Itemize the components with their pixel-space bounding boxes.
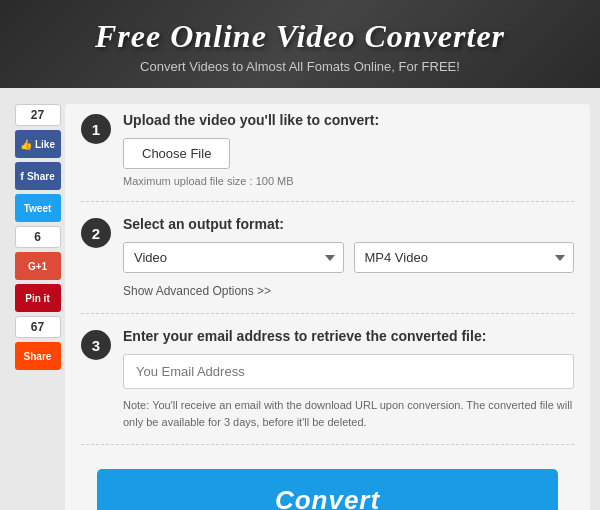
step-1-content: Upload the video you'll like to convert:… [123,112,574,187]
step-3: 3 Enter your email address to retrieve t… [81,328,574,445]
format-type-select[interactable]: Video Audio Image [123,242,344,273]
facebook-like-button[interactable]: 👍 Like [15,130,61,158]
google-plus-button[interactable]: G+1 [15,252,61,280]
format-subtype-select[interactable]: MP4 Video AVI Video MOV Video MKV Video … [354,242,575,273]
convert-button-wrapper: Convert [81,459,574,510]
thumbs-up-icon: 👍 [20,139,32,150]
twitter-tweet-button[interactable]: Tweet [15,194,61,222]
reddit-count: 67 [15,316,61,338]
like-count: 27 [15,104,61,126]
social-sidebar: 27 👍 Like f Share Tweet 6 G+1 Pin it 67 … [10,104,65,510]
facebook-share-button[interactable]: f Share [15,162,61,190]
step-2: 2 Select an output format: Video Audio I… [81,216,574,314]
page-title: Free Online Video Converter [20,18,580,55]
step-2-label: Select an output format: [123,216,574,232]
step-3-number: 3 [81,330,111,360]
facebook-icon: f [20,170,24,182]
page-subtitle: Convert Videos to Almost All Fomats Onli… [20,59,580,74]
step-2-number: 2 [81,218,111,248]
steps-content: 1 Upload the video you'll like to conver… [65,104,590,510]
file-size-note: Maximum upload file size : 100 MB [123,175,574,187]
step-3-content: Enter your email address to retrieve the… [123,328,574,430]
step-1-number: 1 [81,114,111,144]
format-selects: Video Audio Image MP4 Video AVI Video MO… [123,242,574,273]
step-1-label: Upload the video you'll like to convert: [123,112,574,128]
page-header: Free Online Video Converter Convert Vide… [0,0,600,88]
gplus-count: 6 [15,226,61,248]
choose-file-button[interactable]: Choose File [123,138,230,169]
pinterest-button[interactable]: Pin it [15,284,61,312]
reddit-share-button[interactable]: Share [15,342,61,370]
email-note: Note: You'll receive an email with the d… [123,397,574,430]
convert-button[interactable]: Convert [97,469,558,510]
main-container: 27 👍 Like f Share Tweet 6 G+1 Pin it 67 … [0,88,600,510]
email-input[interactable] [123,354,574,389]
advanced-options-link[interactable]: Show Advanced Options >> [123,284,271,298]
step-2-content: Select an output format: Video Audio Ima… [123,216,574,299]
step-3-label: Enter your email address to retrieve the… [123,328,574,344]
step-1: 1 Upload the video you'll like to conver… [81,112,574,202]
